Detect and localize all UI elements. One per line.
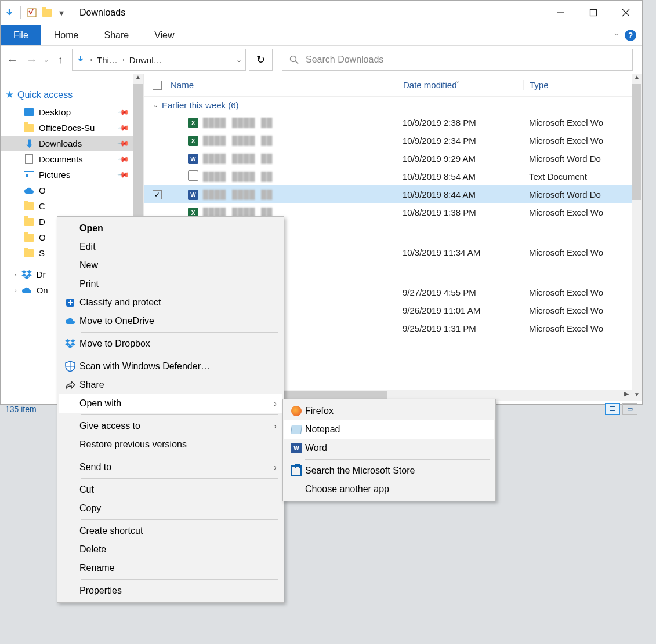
download-icon: ⬇: [24, 139, 34, 148]
group-header[interactable]: ⌄ Earlier this week (6): [144, 97, 632, 114]
submenu-notepad[interactable]: Notepad: [284, 420, 494, 439]
file-type: Microsoft Excel Wo: [523, 136, 632, 145]
search-input[interactable]: Search Downloads: [282, 49, 633, 71]
menu-move-dropbox[interactable]: Move to Dropbox: [59, 334, 282, 353]
menu-defender[interactable]: Scan with Windows Defender…: [59, 357, 282, 376]
submenu-firefox[interactable]: Firefox: [284, 402, 494, 420]
onedrive-icon: [24, 186, 34, 195]
qat-folder-icon[interactable]: [42, 8, 52, 18]
file-name: ████ ████ ██: [203, 190, 273, 200]
history-dropdown[interactable]: ⌄: [44, 56, 49, 64]
onedrive-icon: [21, 286, 32, 295]
sidebar-item[interactable]: Pictures📌: [1, 167, 133, 183]
file-name: ████ ████ ██: [203, 154, 273, 164]
submenu-word[interactable]: WWord: [284, 439, 494, 457]
menu-classify[interactable]: Classify and protect: [59, 293, 282, 312]
menu-open-with[interactable]: Open with›: [59, 394, 282, 413]
scrollbar-thumb[interactable]: [632, 84, 641, 200]
sidebar-item[interactable]: C: [1, 198, 133, 214]
thumbnails-view-button[interactable]: ▭: [622, 403, 637, 415]
menu-share[interactable]: Share: [59, 376, 282, 394]
sidebar-item[interactable]: O: [1, 183, 133, 198]
sidebar-item[interactable]: ⬇Downloads📌: [1, 136, 133, 151]
file-date: 10/9/2019 8:54 AM: [397, 172, 523, 181]
expand-icon[interactable]: ›: [15, 287, 17, 294]
back-button[interactable]: ←: [4, 52, 20, 68]
submenu-choose[interactable]: Choose another app: [284, 480, 494, 499]
quick-access-header[interactable]: ★ Quick access: [1, 85, 133, 104]
maximize-button[interactable]: [577, 1, 610, 25]
dropbox-icon: [61, 339, 79, 348]
select-all-checkbox[interactable]: [153, 81, 162, 90]
menu-cut[interactable]: Cut: [59, 481, 282, 499]
column-type[interactable]: Type: [523, 80, 632, 90]
menu-print[interactable]: Print: [59, 275, 282, 293]
file-type: Microsoft Excel Wo: [523, 208, 632, 217]
menu-new[interactable]: New: [59, 256, 282, 275]
file-type: Microsoft Excel Wo: [523, 118, 632, 128]
scroll-right-icon[interactable]: ▶: [621, 390, 632, 401]
star-icon: ★: [5, 89, 14, 101]
sidebar-item[interactable]: Documents📌: [1, 151, 133, 167]
svg-line-6: [296, 61, 299, 64]
address-bar[interactable]: › Thi… › Downl… ⌄: [72, 49, 246, 71]
tab-file[interactable]: File: [1, 25, 41, 45]
help-button[interactable]: ?: [625, 30, 636, 41]
sidebar-item[interactable]: Desktop📌: [1, 104, 133, 120]
scroll-up-icon[interactable]: ▲: [133, 74, 143, 83]
qat-download-icon[interactable]: [4, 8, 15, 18]
menu-edit[interactable]: Edit: [59, 238, 282, 256]
file-row[interactable]: W████ ████ ██10/9/2019 9:29 AMMicrosoft …: [144, 150, 632, 168]
column-name[interactable]: Name: [171, 80, 397, 90]
breadcrumb-segment[interactable]: Thi…: [97, 55, 118, 65]
scroll-up-icon[interactable]: ▲: [632, 74, 642, 83]
menu-give-access[interactable]: Give access to›: [59, 417, 282, 435]
menu-move-onedrive[interactable]: Move to OneDrive: [59, 312, 282, 330]
pin-icon: 📌: [117, 153, 130, 166]
row-checkbox[interactable]: [153, 190, 162, 199]
submenu-store[interactable]: Search the Microsoft Store: [284, 461, 494, 480]
qat-overflow-icon[interactable]: ▾: [57, 8, 64, 19]
tab-share[interactable]: Share: [91, 25, 142, 45]
tab-home[interactable]: Home: [41, 25, 92, 45]
expand-icon[interactable]: ›: [15, 271, 17, 278]
tab-view[interactable]: View: [142, 25, 187, 45]
up-button[interactable]: ↑: [52, 52, 68, 68]
refresh-button[interactable]: ↻: [249, 49, 273, 71]
file-row[interactable]: ████ ████ ██10/9/2019 8:54 AMText Docume…: [144, 168, 632, 185]
menu-restore[interactable]: Restore previous versions: [59, 435, 282, 454]
content-scrollbar[interactable]: ▲ ▼: [632, 74, 642, 401]
chevron-down-icon[interactable]: ⌄: [236, 56, 242, 64]
menu-delete[interactable]: Delete: [59, 540, 282, 559]
menu-shortcut[interactable]: Create shortcut: [59, 522, 282, 540]
file-row[interactable]: X████ ████ ██10/9/2019 2:34 PMMicrosoft …: [144, 132, 632, 150]
forward-button[interactable]: →: [24, 52, 40, 68]
sidebar-item[interactable]: OfficeDocs-Su📌: [1, 120, 133, 136]
word-icon: W: [291, 443, 302, 453]
titlebar: ▾ Downloads: [1, 1, 642, 25]
nav-row: ← → ⌄ ↑ › Thi… › Downl… ⌄ ↻ Search Downl…: [1, 46, 642, 74]
file-date: 10/9/2019 9:29 AM: [397, 154, 523, 163]
file-row[interactable]: W████ ████ ██10/9/2019 8:44 AMMicrosoft …: [144, 185, 632, 203]
minimize-button[interactable]: [545, 1, 577, 25]
menu-send-to[interactable]: Send to›: [59, 458, 282, 476]
column-date[interactable]: ⌄ Date modified: [397, 80, 523, 90]
chevron-right-icon: ›: [274, 399, 277, 408]
details-view-button[interactable]: ☰: [605, 403, 620, 415]
menu-copy[interactable]: Copy: [59, 499, 282, 518]
scroll-down-icon[interactable]: ▼: [632, 391, 642, 401]
file-name: ████ ████ ██: [203, 118, 273, 128]
menu-rename[interactable]: Rename: [59, 559, 282, 577]
close-button[interactable]: [610, 1, 642, 25]
menu-open[interactable]: Open: [59, 219, 282, 238]
menu-properties[interactable]: Properties: [59, 581, 282, 600]
file-date: 10/8/2019 1:38 PM: [397, 208, 523, 217]
ribbon-expand-icon[interactable]: ﹀: [614, 31, 620, 39]
svg-rect-2: [590, 10, 597, 16]
window-title: Downloads: [79, 8, 125, 18]
qat-properties-icon[interactable]: [27, 8, 37, 18]
file-row[interactable]: X████ ████ ██10/9/2019 2:38 PMMicrosoft …: [144, 114, 632, 132]
breadcrumb-segment[interactable]: Downl…: [129, 55, 162, 65]
pin-icon: 📌: [117, 106, 130, 119]
word-file-icon: W: [188, 153, 198, 165]
